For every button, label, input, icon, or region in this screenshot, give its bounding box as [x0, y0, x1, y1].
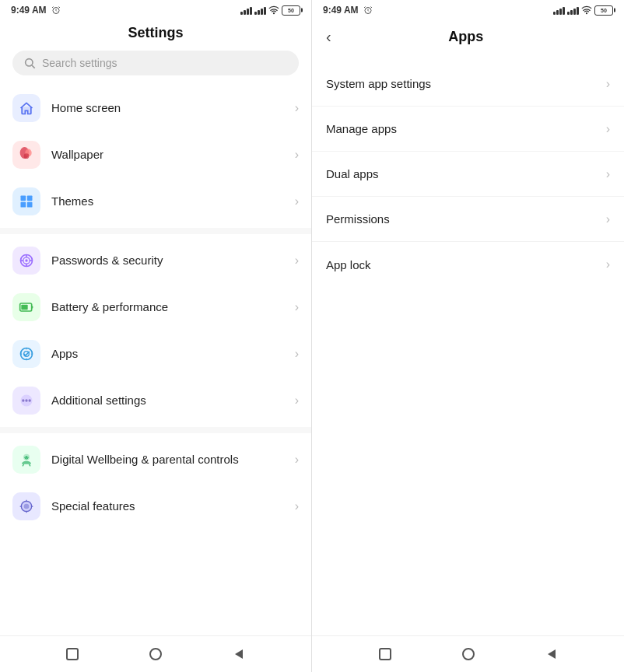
left-page-title: Settings	[0, 19, 311, 51]
apps-item-permissions[interactable]: Permissions ›	[312, 197, 624, 242]
nav-circle-left[interactable]	[147, 646, 164, 663]
svg-line-2	[32, 65, 35, 68]
right-time: 9:49 AM	[323, 5, 359, 16]
settings-item-special[interactable]: Special features ›	[0, 483, 311, 530]
apps-settings-icon	[12, 340, 40, 368]
battery-chevron: ›	[295, 300, 299, 314]
permissions-label: Permissions	[326, 212, 606, 226]
svg-point-29	[24, 504, 30, 509]
wallpaper-label: Wallpaper	[51, 147, 284, 163]
passwords-label: Passwords & security	[51, 253, 284, 268]
themes-chevron: ›	[295, 194, 299, 208]
settings-item-passwords[interactable]: Passwords & security ›	[0, 237, 311, 284]
left-time: 9:49 AM	[11, 5, 47, 16]
app-lock-chevron: ›	[606, 257, 610, 271]
wifi-icon	[268, 5, 279, 15]
svg-point-25	[29, 399, 31, 401]
signal-bars-2	[254, 5, 266, 15]
passwords-chevron: ›	[295, 254, 299, 268]
right-status-bar: 9:49 AM 50	[312, 0, 624, 19]
apps-label: Apps	[51, 346, 284, 362]
svg-point-27	[25, 456, 27, 458]
apps-item-system-app-settings[interactable]: System app settings ›	[312, 61, 624, 107]
right-header: ‹ Apps	[312, 19, 624, 58]
nav-back-left[interactable]	[230, 646, 247, 663]
svg-rect-7	[27, 196, 33, 201]
alarm-icon	[51, 5, 61, 15]
settings-item-apps[interactable]: Apps ›	[0, 331, 311, 377]
right-signal-bars-1	[553, 5, 565, 15]
settings-item-additional[interactable]: Additional settings ›	[0, 377, 311, 424]
themes-label: Themes	[51, 194, 284, 209]
right-bottom-nav	[312, 635, 624, 672]
special-label: Special features	[51, 499, 284, 514]
svg-rect-30	[67, 649, 78, 660]
svg-rect-18	[21, 305, 27, 310]
dual-apps-label: Dual apps	[326, 167, 606, 180]
wallpaper-icon	[12, 141, 40, 169]
search-bar[interactable]: Search settings	[12, 51, 299, 75]
svg-point-1	[26, 59, 33, 66]
settings-item-wellbeing[interactable]: Digital Wellbeing & parental controls ›	[0, 436, 311, 483]
apps-item-app-lock[interactable]: App lock ›	[312, 242, 624, 287]
nav-back-right[interactable]	[543, 646, 560, 663]
signal-bars-1	[240, 5, 252, 15]
home-icon	[12, 94, 40, 122]
battery-label: Battery & performance	[51, 299, 284, 315]
permissions-chevron: ›	[606, 212, 610, 226]
svg-rect-34	[380, 649, 391, 660]
right-panel: 9:49 AM 50	[312, 0, 624, 672]
left-status-bar: 9:49 AM 50	[0, 0, 311, 19]
special-chevron: ›	[295, 499, 299, 513]
special-icon	[12, 492, 40, 520]
dual-apps-chevron: ›	[606, 167, 610, 181]
settings-item-home-screen[interactable]: Home screen ›	[0, 85, 311, 131]
apps-item-manage-apps[interactable]: Manage apps ›	[312, 107, 624, 152]
manage-apps-chevron: ›	[606, 122, 610, 136]
svg-rect-19	[32, 306, 33, 308]
settings-list: Home screen › Wallpaper ›	[0, 82, 311, 635]
additional-chevron: ›	[295, 394, 299, 408]
svg-marker-36	[548, 649, 556, 659]
home-screen-chevron: ›	[295, 101, 299, 115]
system-app-settings-chevron: ›	[606, 77, 610, 91]
nav-circle-right[interactable]	[460, 646, 477, 663]
right-wifi-icon	[581, 5, 592, 15]
right-battery-icon: 50	[594, 5, 613, 16]
search-icon	[23, 57, 36, 69]
back-button[interactable]: ‹	[323, 25, 335, 49]
svg-rect-6	[21, 196, 26, 201]
svg-point-31	[150, 649, 161, 660]
svg-point-5	[24, 153, 30, 159]
svg-marker-32	[235, 649, 243, 659]
left-bottom-nav	[0, 635, 311, 672]
nav-square-left[interactable]	[64, 646, 81, 663]
svg-rect-8	[21, 202, 26, 208]
settings-item-wallpaper[interactable]: Wallpaper ›	[0, 131, 311, 178]
divider-1	[0, 228, 311, 234]
battery-icon: 50	[282, 5, 300, 16]
divider-2	[0, 427, 311, 433]
right-page-title: Apps	[341, 29, 613, 45]
apps-chevron: ›	[295, 347, 299, 361]
apps-item-dual-apps[interactable]: Dual apps ›	[312, 152, 624, 197]
battery-settings-icon	[12, 293, 40, 321]
additional-label: Additional settings	[51, 393, 284, 408]
settings-item-battery[interactable]: Battery & performance ›	[0, 284, 311, 331]
nav-square-right[interactable]	[377, 646, 394, 663]
left-panel: 9:49 AM 50	[0, 0, 312, 672]
svg-point-35	[463, 649, 474, 660]
svg-point-12	[25, 259, 27, 261]
svg-point-23	[22, 399, 24, 401]
app-lock-label: App lock	[326, 258, 606, 271]
settings-item-themes[interactable]: Themes ›	[0, 178, 311, 225]
manage-apps-label: Manage apps	[326, 122, 606, 135]
svg-point-24	[25, 399, 27, 401]
themes-icon	[12, 187, 40, 215]
svg-rect-9	[27, 202, 33, 208]
home-screen-label: Home screen	[51, 100, 284, 116]
right-status-icons: 50	[553, 5, 613, 16]
left-status-icons: 50	[240, 5, 300, 16]
wellbeing-chevron: ›	[295, 453, 299, 467]
right-signal-bars-2	[567, 5, 579, 15]
